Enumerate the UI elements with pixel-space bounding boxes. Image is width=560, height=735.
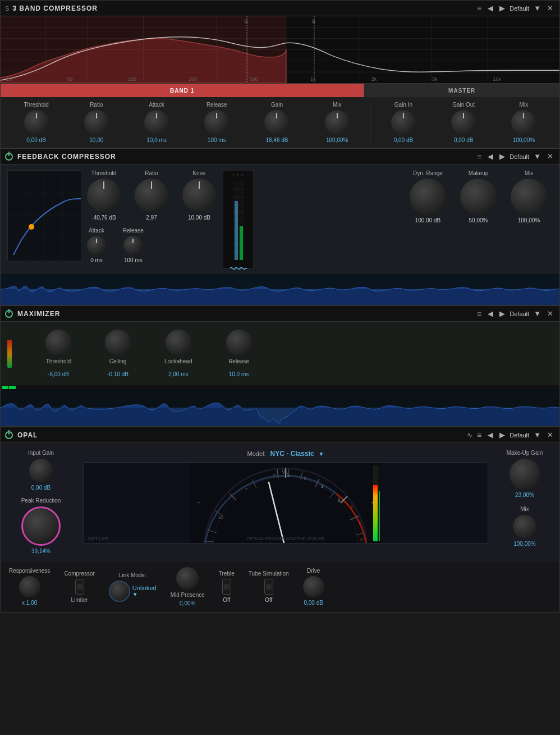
opal-input-gain-value: 0,00 dB	[31, 485, 51, 491]
max-release-knob[interactable]	[226, 330, 252, 355]
master-label[interactable]: MASTER	[364, 84, 559, 97]
feedback-preset: Default	[509, 153, 529, 160]
fb-meter-section: I ± ○	[223, 170, 254, 268]
max-ceiling-knob[interactable]	[105, 330, 131, 355]
opal-bottom-row: Responsiveness x 1,00 Compressor Limiter…	[1, 561, 559, 612]
max-release-label: Release	[228, 358, 249, 364]
maximizer-next-icon[interactable]: ▶	[498, 308, 507, 319]
feedback-preset-dropdown[interactable]: ▼	[532, 151, 543, 162]
master-mix-knob[interactable]	[511, 110, 536, 135]
feedback-prev-icon[interactable]: ◀	[486, 151, 495, 162]
opal-model-selector: Model: NYC - Classic ▼	[83, 450, 488, 458]
opal-mid-presence-knob[interactable]	[176, 567, 199, 590]
feedback-menu-icon[interactable]: ≡	[475, 151, 483, 162]
gain-out-value: 0,00 dB	[454, 137, 473, 143]
fb-knee-knob[interactable]	[182, 179, 216, 212]
threshold-label: Threshold	[24, 102, 48, 108]
feedback-knobs-col: Threshold -40,76 dB Ratio 2,97 Knee 10,0…	[87, 170, 216, 263]
fb-mix-knob[interactable]	[511, 179, 547, 215]
curve-display	[7, 170, 80, 260]
feedback-next-icon[interactable]: ▶	[498, 151, 507, 162]
fb-waveform-icon[interactable]	[223, 262, 253, 275]
maximizer-menu-icon[interactable]: ≡	[475, 308, 483, 319]
svg-rect-75	[373, 465, 378, 485]
opal-responsiveness-knob[interactable]	[19, 576, 40, 597]
maximizer-prev-icon[interactable]: ◀	[486, 308, 495, 319]
feedback-main-content: Threshold -40,76 dB Ratio 2,97 Knee 10,0…	[1, 165, 559, 274]
opal-close-icon[interactable]: ✕	[545, 430, 555, 440]
opal-makeup-gain-knob[interactable]	[509, 459, 540, 490]
gain-in-value: 0,00 dB	[394, 137, 413, 143]
opal-model-name[interactable]: NYC - Classic	[270, 450, 314, 458]
feedback-power-icon[interactable]	[5, 153, 13, 161]
max-lookahead-knob[interactable]	[166, 330, 191, 355]
opal-compressor-toggle[interactable]	[75, 579, 84, 595]
fb-ratio-knob[interactable]	[135, 179, 168, 212]
maximizer-preset-dropdown[interactable]: ▼	[532, 308, 543, 319]
opal-peak-reduction-knob[interactable]	[21, 506, 61, 546]
opal-treble-toggle[interactable]	[222, 579, 231, 595]
opal-link-mode-selector[interactable]: Unlinked ▼	[109, 581, 157, 602]
mix-group: Mix 100,00%	[307, 102, 367, 143]
fb-attack-knob[interactable]	[87, 236, 106, 255]
max-lookahead-label: Lookahead	[164, 358, 192, 364]
opal-power-icon[interactable]	[5, 431, 13, 439]
next-icon[interactable]: ▶	[498, 3, 507, 13]
fb-threshold-value: -40,76 dB	[91, 214, 116, 221]
release-knob[interactable]	[204, 110, 229, 135]
prev-icon[interactable]: ◀	[486, 3, 495, 13]
opal-mix-label: Mix	[520, 506, 529, 512]
opal-peak-reduction-label: Peak Reduction	[21, 497, 61, 504]
fb-knee-group: Knee 10,00 dB	[182, 170, 216, 221]
menu-icon[interactable]: ≡	[475, 3, 483, 14]
svg-text:S: S	[311, 18, 315, 24]
opal-drive-knob[interactable]	[303, 576, 324, 597]
opal-vu-meter: 20 10 7 5 3 2 1 0 1 2 3 VU	[83, 462, 488, 544]
fb-dyn-range-knob[interactable]	[410, 179, 446, 215]
fb-threshold-knob[interactable]	[87, 179, 121, 212]
max-ceiling-group: Ceiling -0,10 dB	[105, 330, 131, 377]
opal-next-icon[interactable]: ▶	[498, 430, 507, 440]
ratio-value: 10,00	[89, 137, 103, 143]
gain-in-knob[interactable]	[391, 110, 416, 135]
fb-dyn-range-value: 100,00 dB	[415, 217, 441, 223]
opal-menu-icon[interactable]: ≡	[475, 430, 483, 441]
opal-preset-dropdown[interactable]: ▼	[532, 430, 543, 440]
fb-makeup-knob[interactable]	[460, 179, 497, 215]
feedback-close-icon[interactable]: ✕	[545, 151, 555, 162]
opal-link-mode-knob[interactable]	[109, 581, 130, 602]
band1-label[interactable]: BAND 1	[1, 84, 364, 97]
threshold-value: 0,00 dB	[26, 137, 45, 143]
opal-peak-reduction-group: Peak Reduction 39,14%	[7, 497, 75, 554]
mix-knob[interactable]	[325, 110, 350, 135]
opal-link-mode-dropdown[interactable]: ▼	[132, 591, 157, 597]
max-threshold-knob[interactable]	[45, 330, 71, 355]
threshold-knob[interactable]	[24, 110, 49, 135]
maximizer-title-bar: MAXIMIZER ≡ ◀ ▶ Default ▼ ✕	[1, 306, 559, 322]
maximizer-close-icon[interactable]: ✕	[545, 308, 555, 319]
close-icon[interactable]: ✕	[545, 3, 555, 13]
three-band-power-icon[interactable]: S	[5, 5, 9, 12]
ratio-knob[interactable]	[84, 110, 109, 135]
gain-knob[interactable]	[264, 110, 289, 135]
opal-mid-presence-group: Mid Presence 0,00%	[171, 567, 205, 606]
fb-mix-label: Mix	[525, 170, 534, 176]
opal-responsiveness-group: Responsiveness x 1,00	[9, 568, 50, 606]
maximizer-power-icon[interactable]	[5, 310, 13, 318]
gain-value: 18,46 dB	[265, 137, 288, 143]
fb-makeup-value: 50,00%	[469, 217, 488, 223]
fb-release-knob[interactable]	[123, 236, 143, 255]
attack-knob[interactable]	[144, 110, 169, 135]
max-release-value: 10,0 ms	[229, 371, 249, 377]
opal-prev-icon[interactable]: ◀	[486, 430, 495, 440]
opal-center-col: Model: NYC - Classic ▼	[83, 450, 488, 554]
opal-input-gain-knob[interactable]	[29, 459, 53, 482]
svg-text:−: −	[197, 500, 200, 506]
opal-tube-sim-toggle[interactable]	[264, 579, 273, 595]
gain-out-knob[interactable]	[451, 110, 476, 135]
master-mix-label: Mix	[520, 102, 529, 108]
opal-model-dropdown[interactable]: ▼	[319, 451, 324, 457]
opal-wave-icon[interactable]: ∿	[467, 431, 472, 439]
opal-mix-knob[interactable]	[513, 515, 536, 538]
preset-dropdown-icon[interactable]: ▼	[532, 3, 543, 13]
